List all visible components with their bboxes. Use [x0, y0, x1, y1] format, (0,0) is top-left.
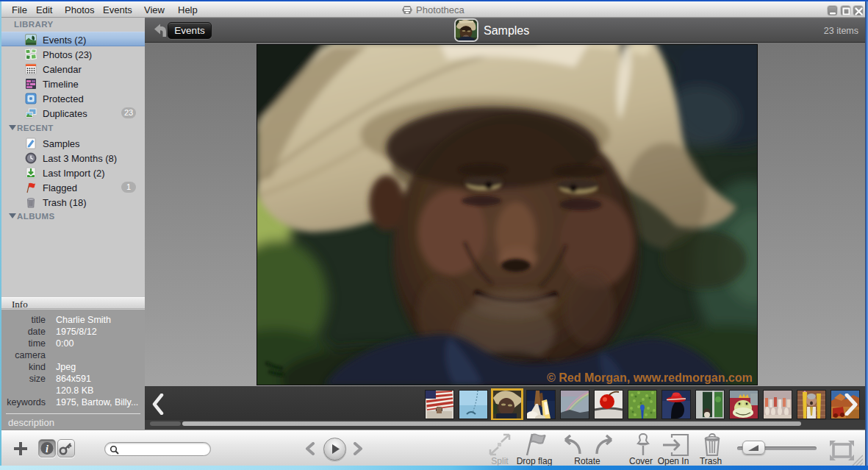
svg-text:© Red Morgan, www.redmorgan.co: © Red Morgan, www.redmorgan.com [547, 371, 753, 384]
svg-text:i: i [46, 444, 49, 455]
